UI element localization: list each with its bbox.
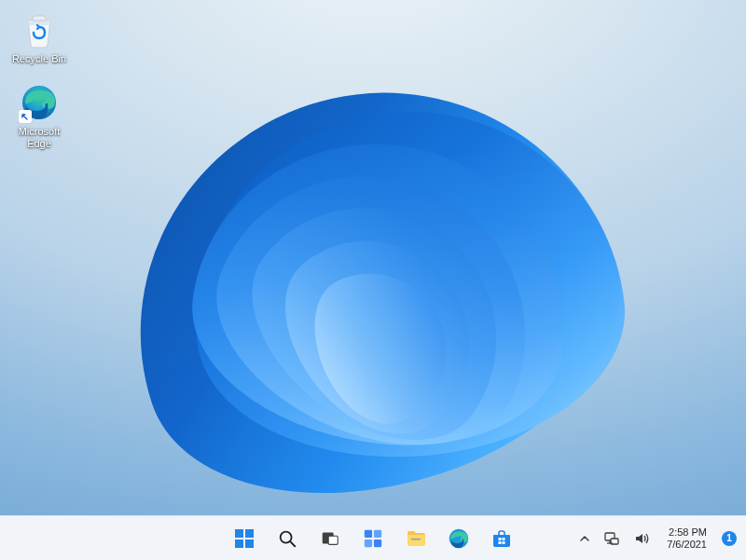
desktop-icon-label: Microsoft Edge xyxy=(19,126,61,150)
desktop[interactable]: Recycle Bin xyxy=(0,0,746,560)
svg-rect-8 xyxy=(328,536,338,544)
folder-icon xyxy=(405,527,427,550)
notification-count: 1 xyxy=(726,533,732,543)
speaker-icon xyxy=(633,530,650,547)
desktop-icons-column: Recycle Bin xyxy=(6,9,73,150)
volume-button[interactable] xyxy=(628,520,656,557)
clock-date: 7/6/2021 xyxy=(667,539,707,551)
tray-overflow-button[interactable] xyxy=(573,520,596,557)
store-icon xyxy=(490,527,513,550)
windows-logo-icon xyxy=(233,527,256,550)
svg-rect-12 xyxy=(374,539,381,546)
recycle-bin-icon xyxy=(19,9,60,50)
widgets-icon xyxy=(363,528,383,549)
svg-rect-11 xyxy=(365,539,372,546)
svg-rect-18 xyxy=(503,541,505,544)
svg-rect-9 xyxy=(365,529,372,537)
clock-button[interactable]: 2:58 PM 7/6/2021 xyxy=(657,520,716,557)
edge-button[interactable] xyxy=(440,520,477,557)
svg-rect-10 xyxy=(374,529,381,537)
network-button[interactable] xyxy=(598,520,626,557)
svg-line-6 xyxy=(290,541,295,546)
svg-rect-15 xyxy=(499,538,502,540)
file-explorer-button[interactable] xyxy=(397,520,435,557)
widgets-button[interactable] xyxy=(354,520,392,557)
clock-time: 2:58 PM xyxy=(667,526,707,539)
svg-rect-17 xyxy=(499,541,502,544)
svg-rect-2 xyxy=(245,529,254,538)
task-view-button[interactable] xyxy=(311,520,349,557)
svg-rect-3 xyxy=(235,540,243,548)
taskbar: 2:58 PM 7/6/2021 1 xyxy=(0,515,746,560)
desktop-icon-recycle-bin[interactable]: Recycle Bin xyxy=(6,9,73,65)
shortcut-overlay-icon xyxy=(19,110,32,123)
svg-rect-16 xyxy=(503,538,505,540)
task-view-icon xyxy=(320,528,340,549)
notification-badge: 1 xyxy=(722,531,737,546)
notifications-button[interactable]: 1 xyxy=(718,520,740,557)
chevron-up-icon xyxy=(579,533,590,544)
store-button[interactable] xyxy=(483,520,520,557)
start-button[interactable] xyxy=(226,520,263,557)
edge-icon xyxy=(19,82,60,123)
system-tray: 2:58 PM 7/6/2021 1 xyxy=(573,520,740,557)
svg-rect-4 xyxy=(245,540,254,548)
svg-rect-1 xyxy=(235,529,243,538)
taskbar-center-group xyxy=(226,520,520,557)
edge-icon xyxy=(448,527,470,550)
search-button[interactable] xyxy=(269,520,306,557)
search-icon xyxy=(277,528,297,549)
desktop-icon-label: Recycle Bin xyxy=(12,53,66,65)
svg-rect-13 xyxy=(411,539,421,540)
clock-readout: 2:58 PM 7/6/2021 xyxy=(663,526,711,551)
desktop-icon-edge[interactable]: Microsoft Edge xyxy=(6,82,73,150)
network-icon xyxy=(603,530,620,547)
wallpaper-bloom xyxy=(84,65,681,512)
